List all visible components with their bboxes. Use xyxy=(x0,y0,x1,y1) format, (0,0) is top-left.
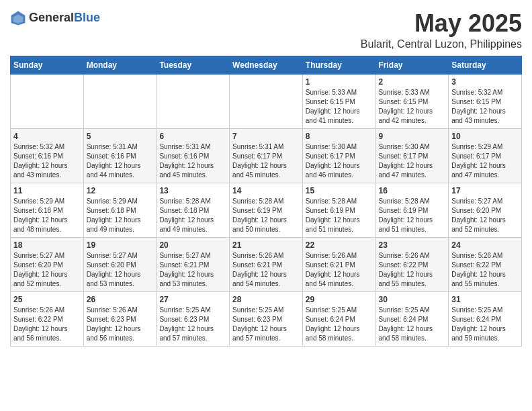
calendar-cell: 2Sunrise: 5:33 AMSunset: 6:15 PMDaylight… xyxy=(375,74,449,128)
day-number: 8 xyxy=(306,132,373,141)
calendar-cell: 29Sunrise: 5:25 AMSunset: 6:24 PMDayligh… xyxy=(302,291,375,346)
day-number: 16 xyxy=(379,186,446,195)
calendar-header-sunday: Sunday xyxy=(11,56,84,74)
calendar-week-row: 4Sunrise: 5:32 AMSunset: 6:16 PMDaylight… xyxy=(11,128,522,183)
day-number: 11 xyxy=(13,186,81,195)
calendar-cell: 10Sunrise: 5:29 AMSunset: 6:17 PMDayligh… xyxy=(449,128,522,183)
day-info: Sunrise: 5:25 AMSunset: 6:24 PMDaylight:… xyxy=(451,306,519,343)
calendar-cell: 4Sunrise: 5:32 AMSunset: 6:16 PMDaylight… xyxy=(11,128,84,183)
day-info: Sunrise: 5:32 AMSunset: 6:16 PMDaylight:… xyxy=(13,142,81,180)
calendar-header-monday: Monday xyxy=(83,56,157,74)
day-info: Sunrise: 5:26 AMSunset: 6:21 PMDaylight:… xyxy=(306,251,373,289)
day-info: Sunrise: 5:27 AMSunset: 6:20 PMDaylight:… xyxy=(451,197,519,234)
day-info: Sunrise: 5:32 AMSunset: 6:15 PMDaylight:… xyxy=(451,88,519,126)
day-info: Sunrise: 5:30 AMSunset: 6:17 PMDaylight:… xyxy=(379,142,446,180)
calendar-cell: 27Sunrise: 5:25 AMSunset: 6:23 PMDayligh… xyxy=(157,291,230,346)
day-number: 3 xyxy=(451,77,519,87)
day-number: 22 xyxy=(306,240,373,250)
calendar-cell: 3Sunrise: 5:32 AMSunset: 6:15 PMDaylight… xyxy=(449,74,522,128)
calendar-cell: 24Sunrise: 5:26 AMSunset: 6:22 PMDayligh… xyxy=(449,237,522,291)
day-number: 6 xyxy=(159,132,226,141)
day-number: 5 xyxy=(87,132,154,141)
day-info: Sunrise: 5:28 AMSunset: 6:18 PMDaylight:… xyxy=(159,197,226,234)
calendar-cell: 20Sunrise: 5:27 AMSunset: 6:21 PMDayligh… xyxy=(157,237,230,291)
day-number: 1 xyxy=(306,77,373,87)
day-info: Sunrise: 5:33 AMSunset: 6:15 PMDaylight:… xyxy=(306,88,373,126)
calendar-cell: 6Sunrise: 5:31 AMSunset: 6:16 PMDaylight… xyxy=(157,128,230,183)
calendar-cell: 9Sunrise: 5:30 AMSunset: 6:17 PMDaylight… xyxy=(375,128,449,183)
day-number: 20 xyxy=(159,240,226,250)
day-info: Sunrise: 5:29 AMSunset: 6:18 PMDaylight:… xyxy=(87,197,154,234)
calendar-week-row: 18Sunrise: 5:27 AMSunset: 6:20 PMDayligh… xyxy=(11,237,522,291)
day-info: Sunrise: 5:33 AMSunset: 6:15 PMDaylight:… xyxy=(379,88,446,126)
calendar-cell: 17Sunrise: 5:27 AMSunset: 6:20 PMDayligh… xyxy=(449,183,522,237)
day-info: Sunrise: 5:27 AMSunset: 6:20 PMDaylight:… xyxy=(13,251,81,289)
day-number: 14 xyxy=(232,186,300,195)
calendar: SundayMondayTuesdayWednesdayThursdayFrid… xyxy=(10,56,522,347)
day-info: Sunrise: 5:31 AMSunset: 6:16 PMDaylight:… xyxy=(159,142,226,180)
day-number: 18 xyxy=(13,240,81,250)
day-number: 28 xyxy=(232,295,300,304)
day-info: Sunrise: 5:29 AMSunset: 6:18 PMDaylight:… xyxy=(13,197,81,234)
day-number: 10 xyxy=(451,132,519,141)
calendar-cell: 21Sunrise: 5:26 AMSunset: 6:21 PMDayligh… xyxy=(230,237,303,291)
calendar-cell: 8Sunrise: 5:30 AMSunset: 6:17 PMDaylight… xyxy=(302,128,375,183)
calendar-cell: 16Sunrise: 5:28 AMSunset: 6:19 PMDayligh… xyxy=(375,183,449,237)
calendar-week-row: 1Sunrise: 5:33 AMSunset: 6:15 PMDaylight… xyxy=(11,74,522,128)
calendar-cell: 30Sunrise: 5:25 AMSunset: 6:24 PMDayligh… xyxy=(375,291,449,346)
day-number: 2 xyxy=(379,77,446,87)
calendar-cell: 22Sunrise: 5:26 AMSunset: 6:21 PMDayligh… xyxy=(302,237,375,291)
day-number: 30 xyxy=(379,295,446,304)
logo-text: GeneralBlue xyxy=(29,11,100,25)
day-info: Sunrise: 5:28 AMSunset: 6:19 PMDaylight:… xyxy=(306,197,373,234)
day-info: Sunrise: 5:26 AMSunset: 6:22 PMDaylight:… xyxy=(13,306,81,343)
day-number: 13 xyxy=(159,186,226,195)
day-info: Sunrise: 5:25 AMSunset: 6:23 PMDaylight:… xyxy=(232,306,300,343)
calendar-cell: 25Sunrise: 5:26 AMSunset: 6:22 PMDayligh… xyxy=(11,291,84,346)
day-number: 23 xyxy=(379,240,446,250)
calendar-header-friday: Friday xyxy=(375,56,449,74)
day-number: 24 xyxy=(451,240,519,250)
day-info: Sunrise: 5:25 AMSunset: 6:23 PMDaylight:… xyxy=(159,306,226,343)
day-number: 4 xyxy=(13,132,81,141)
day-info: Sunrise: 5:29 AMSunset: 6:17 PMDaylight:… xyxy=(451,142,519,180)
day-info: Sunrise: 5:28 AMSunset: 6:19 PMDaylight:… xyxy=(379,197,446,234)
day-info: Sunrise: 5:26 AMSunset: 6:23 PMDaylight:… xyxy=(87,306,154,343)
calendar-cell xyxy=(83,74,157,128)
day-info: Sunrise: 5:25 AMSunset: 6:24 PMDaylight:… xyxy=(379,306,446,343)
calendar-cell: 7Sunrise: 5:31 AMSunset: 6:17 PMDaylight… xyxy=(230,128,303,183)
calendar-cell: 23Sunrise: 5:26 AMSunset: 6:22 PMDayligh… xyxy=(375,237,449,291)
month-title: May 2025 xyxy=(361,10,522,37)
day-info: Sunrise: 5:26 AMSunset: 6:22 PMDaylight:… xyxy=(379,251,446,289)
logo: GeneralBlue xyxy=(10,10,100,26)
day-number: 17 xyxy=(451,186,519,195)
day-number: 25 xyxy=(13,295,81,304)
day-number: 31 xyxy=(451,295,519,304)
calendar-cell: 13Sunrise: 5:28 AMSunset: 6:18 PMDayligh… xyxy=(157,183,230,237)
day-info: Sunrise: 5:27 AMSunset: 6:21 PMDaylight:… xyxy=(159,251,226,289)
location-title: Bularit, Central Luzon, Philippines xyxy=(361,38,522,50)
logo-blue: Blue xyxy=(74,11,100,24)
logo-icon xyxy=(10,10,26,26)
header: GeneralBlue May 2025 Bularit, Central Lu… xyxy=(10,10,522,50)
calendar-cell: 11Sunrise: 5:29 AMSunset: 6:18 PMDayligh… xyxy=(11,183,84,237)
calendar-cell xyxy=(157,74,230,128)
calendar-cell: 15Sunrise: 5:28 AMSunset: 6:19 PMDayligh… xyxy=(302,183,375,237)
day-info: Sunrise: 5:28 AMSunset: 6:19 PMDaylight:… xyxy=(232,197,300,234)
calendar-header-tuesday: Tuesday xyxy=(157,56,230,74)
day-number: 12 xyxy=(87,186,154,195)
day-info: Sunrise: 5:26 AMSunset: 6:22 PMDaylight:… xyxy=(451,251,519,289)
day-number: 29 xyxy=(306,295,373,304)
calendar-cell: 14Sunrise: 5:28 AMSunset: 6:19 PMDayligh… xyxy=(230,183,303,237)
calendar-week-row: 11Sunrise: 5:29 AMSunset: 6:18 PMDayligh… xyxy=(11,183,522,237)
calendar-cell xyxy=(11,74,84,128)
day-number: 9 xyxy=(379,132,446,141)
day-number: 21 xyxy=(232,240,300,250)
calendar-cell: 1Sunrise: 5:33 AMSunset: 6:15 PMDaylight… xyxy=(302,74,375,128)
calendar-header-saturday: Saturday xyxy=(449,56,522,74)
calendar-cell: 31Sunrise: 5:25 AMSunset: 6:24 PMDayligh… xyxy=(449,291,522,346)
day-info: Sunrise: 5:31 AMSunset: 6:16 PMDaylight:… xyxy=(87,142,154,180)
calendar-cell: 28Sunrise: 5:25 AMSunset: 6:23 PMDayligh… xyxy=(230,291,303,346)
day-info: Sunrise: 5:26 AMSunset: 6:21 PMDaylight:… xyxy=(232,251,300,289)
calendar-header-thursday: Thursday xyxy=(302,56,375,74)
